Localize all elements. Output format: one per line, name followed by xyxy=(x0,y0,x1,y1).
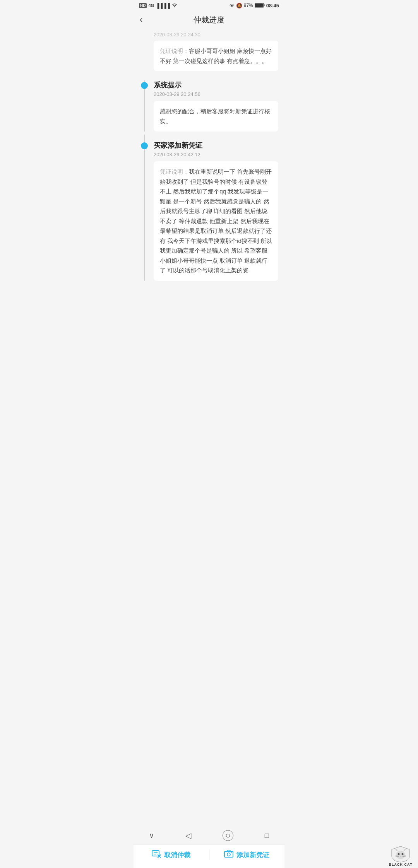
system-date: 2020-03-29 20:24:56 xyxy=(154,91,278,97)
timeline-item-system: 系统提示 2020-03-29 20:24:56 感谢您的配合，稍后客服将对新凭… xyxy=(140,80,278,132)
buyer-evidence-text: 我在重新说明一下 首先账号刚开始我收到了 但是我验号的时候 有设备锁登不上 然后… xyxy=(160,168,272,273)
svg-rect-3 xyxy=(264,4,264,6)
status-bar: HD 4G ▐▐▐▐ 👁 🔕 97% 08:45 xyxy=(134,0,284,11)
old-evidence-card: 凭证说明：客服小哥哥小姐姐 麻烦快一点好不好 第一次碰见这样的事 有点着急。。。 xyxy=(154,41,278,71)
buyer-date: 2020-03-29 20:42:12 xyxy=(154,152,278,157)
timeline: 系统提示 2020-03-29 20:24:56 感谢您的配合，稍后客服将对新凭… xyxy=(134,80,284,281)
wifi-icon xyxy=(171,3,178,8)
timeline-dot-buyer xyxy=(141,142,148,149)
buyer-content: 买家添加新凭证 2020-03-29 20:42:12 凭证说明：我在重新说明一… xyxy=(140,141,278,281)
signal-4g: 4G xyxy=(148,3,154,8)
timeline-dot-system xyxy=(141,82,148,89)
battery-percent: 97% xyxy=(244,3,253,8)
status-right: 👁 🔕 97% 08:45 xyxy=(230,3,279,9)
spacer-1 xyxy=(140,135,278,141)
buyer-title: 买家添加新凭证 xyxy=(154,141,278,150)
page-title: 仲裁进度 xyxy=(194,15,224,25)
back-button[interactable]: ‹ xyxy=(140,15,142,24)
timeline-item-buyer: 买家添加新凭证 2020-03-29 20:42:12 凭证说明：我在重新说明一… xyxy=(140,141,278,281)
header: ‹ 仲裁进度 xyxy=(134,11,284,29)
time-display: 08:45 xyxy=(266,3,279,9)
system-content: 系统提示 2020-03-29 20:24:56 感谢您的配合，稍后客服将对新凭… xyxy=(140,80,278,132)
battery-icon xyxy=(255,3,265,9)
buyer-card: 凭证说明：我在重新说明一下 首先账号刚开始我收到了 但是我验号的时候 有设备锁登… xyxy=(154,161,278,281)
eye-icon: 👁 xyxy=(230,3,235,9)
system-title: 系统提示 xyxy=(154,80,278,90)
hd-label: HD xyxy=(139,3,147,8)
svg-point-0 xyxy=(174,6,175,7)
bell-icon: 🔕 xyxy=(236,3,242,9)
old-evidence-section: 凭证说明：客服小哥哥小姐姐 麻烦快一点好不好 第一次碰见这样的事 有点着急。。。 xyxy=(134,41,284,80)
page-content: 2020-03-29 20:24:30 凭证说明：客服小哥哥小姐姐 麻烦快一点好… xyxy=(134,29,284,330)
system-card: 感谢您的配合，稍后客服将对新凭证进行核实。 xyxy=(154,101,278,132)
status-left: HD 4G ▐▐▐▐ xyxy=(139,3,178,9)
system-text: 感谢您的配合，稍后客服将对新凭证进行核实。 xyxy=(160,108,270,125)
evidence-label-old: 凭证说明： xyxy=(160,48,189,54)
buyer-evidence-label: 凭证说明： xyxy=(160,168,189,175)
signal-bars: ▐▐▐▐ xyxy=(156,3,170,9)
svg-rect-2 xyxy=(255,3,263,7)
old-timestamp: 2020-03-29 20:24:30 xyxy=(134,29,284,41)
